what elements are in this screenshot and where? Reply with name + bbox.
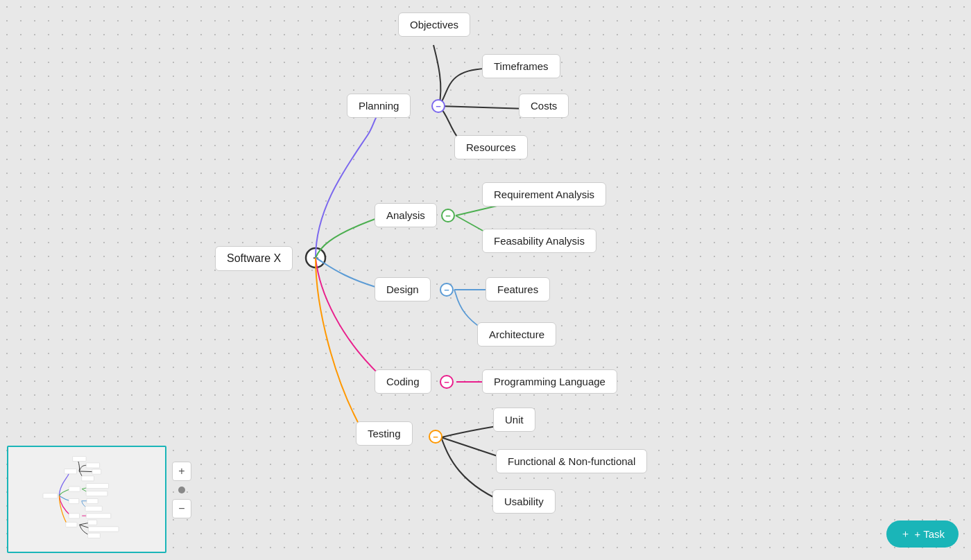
collapse-planning[interactable]: − [431, 99, 445, 113]
svg-rect-11 [86, 491, 108, 496]
node-objectives[interactable]: Objectives [398, 12, 470, 37]
root-node[interactable]: Software X [215, 246, 293, 271]
svg-rect-4 [65, 469, 77, 474]
zoom-in-button[interactable]: + [172, 462, 191, 481]
collapse-design[interactable]: − [440, 283, 454, 297]
node-requirement-analysis[interactable]: Requirement Analysis [482, 182, 606, 207]
svg-rect-5 [73, 457, 86, 462]
svg-rect-8 [82, 476, 94, 481]
branch-testing[interactable]: Testing [356, 421, 413, 446]
node-feasability-analysis[interactable]: Feasability Analysis [482, 229, 596, 253]
zoom-reset-dot[interactable] [178, 487, 185, 493]
svg-rect-14 [85, 506, 102, 511]
branch-design[interactable]: Design [375, 277, 431, 301]
svg-rect-3 [43, 493, 58, 498]
task-icon: ＋ [900, 527, 911, 541]
collapse-analysis[interactable]: − [441, 209, 455, 222]
minimap [7, 446, 166, 553]
node-usability[interactable]: Usability [492, 489, 556, 514]
svg-rect-19 [88, 527, 119, 532]
task-button-label: + Task [915, 528, 945, 540]
svg-rect-17 [66, 522, 77, 527]
branch-planning[interactable]: Planning [347, 94, 411, 118]
svg-rect-6 [86, 463, 99, 468]
svg-rect-7 [92, 469, 101, 474]
svg-rect-18 [88, 520, 97, 525]
collapse-coding[interactable]: − [440, 375, 454, 389]
node-features[interactable]: Features [486, 277, 550, 301]
branch-analysis[interactable]: Analysis [375, 203, 437, 227]
svg-rect-15 [69, 514, 79, 518]
zoom-controls: + − [172, 462, 191, 518]
node-architecture[interactable]: Architecture [477, 322, 556, 347]
svg-rect-9 [69, 487, 80, 491]
collapse-testing[interactable]: − [429, 430, 442, 444]
node-costs[interactable]: Costs [519, 94, 569, 118]
svg-rect-13 [87, 499, 98, 504]
node-resources[interactable]: Resources [454, 135, 528, 159]
node-unit[interactable]: Unit [493, 408, 535, 432]
svg-rect-20 [88, 533, 101, 538]
node-timeframes[interactable]: Timeframes [482, 54, 560, 78]
svg-rect-10 [86, 484, 108, 489]
node-programming-language[interactable]: Programming Language [482, 369, 617, 394]
task-button[interactable]: ＋ + Task [886, 520, 959, 548]
zoom-out-button[interactable]: − [172, 499, 191, 518]
node-functional[interactable]: Functional & Non-functional [496, 449, 647, 473]
svg-rect-12 [69, 499, 79, 504]
svg-rect-16 [86, 514, 111, 518]
branch-coding[interactable]: Coding [375, 369, 431, 394]
